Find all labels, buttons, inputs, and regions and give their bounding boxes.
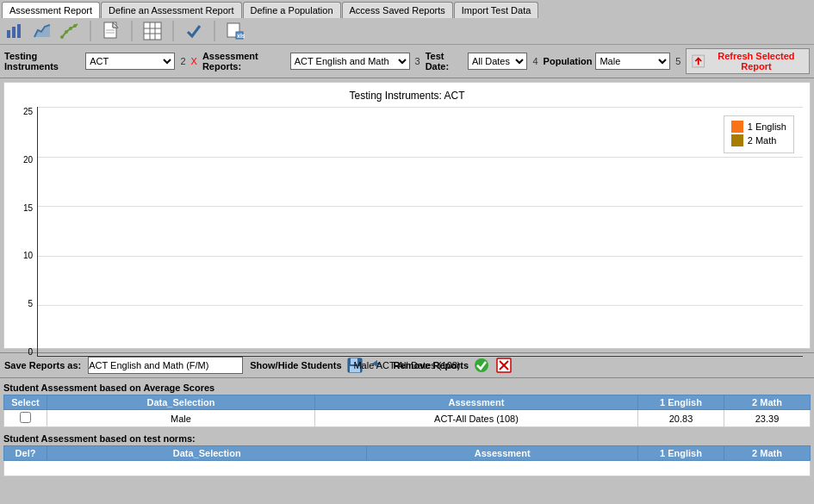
table2: Del? Data_Selection Assessment 1 English… bbox=[3, 445, 811, 476]
legend-label-english: 1 English bbox=[748, 121, 786, 132]
row-math: 23.39 bbox=[724, 410, 811, 427]
chart-grid-lines bbox=[38, 107, 803, 356]
row-checkbox[interactable] bbox=[20, 412, 31, 423]
filter-num5: 5 bbox=[675, 56, 680, 66]
row-english: 20.83 bbox=[638, 410, 724, 427]
legend-color-english bbox=[731, 121, 743, 133]
col2-data-selection: Data_Selection bbox=[47, 446, 367, 461]
grid-line-20 bbox=[38, 157, 803, 158]
toolbar-sep4 bbox=[214, 21, 215, 41]
chart-title: Testing Instruments: ACT bbox=[11, 90, 803, 102]
document-icon[interactable] bbox=[101, 21, 121, 41]
tab-access-saved[interactable]: Access Saved Reports bbox=[342, 2, 453, 18]
col2-english: 1 English bbox=[638, 446, 724, 461]
filter-x-btn[interactable]: X bbox=[191, 56, 197, 66]
export-icon[interactable]: xls bbox=[225, 21, 245, 41]
col-data-selection: Data_Selection bbox=[47, 395, 315, 410]
empty-row-cell bbox=[4, 461, 811, 476]
assessment-reports-label: Assessment Reports: bbox=[202, 51, 287, 72]
svg-point-6 bbox=[69, 27, 72, 30]
table1-header-row: Select Data_Selection Assessment 1 Engli… bbox=[4, 395, 811, 410]
row-assessment: ACT-All Dates (108) bbox=[314, 410, 637, 427]
grid-line-25 bbox=[38, 107, 803, 108]
col-math: 2 Math bbox=[724, 395, 811, 410]
legend-label-math: 2 Math bbox=[748, 135, 777, 146]
svg-rect-0 bbox=[7, 30, 10, 38]
col2-assessment: Assessment bbox=[367, 446, 638, 461]
col-english: 1 English bbox=[638, 395, 724, 410]
y-label-10: 10 bbox=[11, 251, 33, 260]
chart-x-label: Male ACT-All Dates (108) bbox=[11, 360, 803, 370]
test-date-label: Test Date: bbox=[426, 51, 464, 72]
filter-bar: Testing Instruments ACT 2 X Assessment R… bbox=[0, 45, 814, 78]
grid-line-0 bbox=[38, 355, 803, 356]
testing-instruments-select[interactable]: ACT bbox=[85, 53, 175, 70]
refresh-label: Refresh Selected Report bbox=[709, 51, 804, 72]
row-data-selection: Male bbox=[47, 410, 315, 427]
table-row: Male ACT-All Dates (108) 20.83 23.39 bbox=[4, 410, 811, 427]
chart-plot: 1 English 2 Math bbox=[37, 107, 803, 357]
table-icon[interactable] bbox=[142, 21, 163, 41]
toolbar-sep2 bbox=[131, 21, 133, 41]
legend-item-english: 1 English bbox=[731, 121, 786, 133]
col-select: Select bbox=[4, 395, 47, 410]
svg-rect-2 bbox=[17, 24, 21, 38]
row-select-cell[interactable] bbox=[4, 410, 47, 427]
chart-y-axis: 0 5 10 15 20 25 bbox=[11, 107, 37, 357]
toolbar-sep1 bbox=[90, 21, 91, 41]
table1: Select Data_Selection Assessment 1 Engli… bbox=[3, 395, 811, 427]
svg-point-7 bbox=[73, 24, 77, 28]
table2-empty-row bbox=[4, 461, 811, 476]
refresh-icon bbox=[692, 53, 705, 69]
tab-define-population[interactable]: Define a Population bbox=[243, 2, 341, 18]
svg-point-4 bbox=[60, 35, 64, 39]
table2-title: Student Assessment based on test norms: bbox=[3, 433, 811, 444]
area-chart-icon[interactable] bbox=[32, 21, 53, 41]
top-nav-tabs: Assessment Report Define an Assessment R… bbox=[0, 0, 814, 18]
y-label-20: 20 bbox=[11, 155, 33, 165]
chart-legend: 1 English 2 Math bbox=[724, 115, 794, 153]
checkmark-icon[interactable] bbox=[183, 21, 204, 41]
refresh-button[interactable]: Refresh Selected Report bbox=[686, 48, 810, 74]
population-select[interactable]: Male bbox=[595, 53, 670, 70]
test-date-select[interactable]: All Dates bbox=[468, 53, 528, 70]
grid-line-15 bbox=[38, 206, 803, 207]
svg-point-5 bbox=[65, 30, 68, 34]
y-label-15: 15 bbox=[11, 203, 33, 213]
bar-chart-icon[interactable] bbox=[4, 21, 25, 41]
tab-import-test[interactable]: Import Test Data bbox=[454, 2, 539, 18]
filter-num3: 3 bbox=[415, 56, 420, 66]
filter-num4: 4 bbox=[532, 56, 537, 66]
table2-header-row: Del? Data_Selection Assessment 1 English… bbox=[4, 446, 811, 461]
grid-line-5 bbox=[38, 305, 803, 306]
tab-define-assessment[interactable]: Define an Assessment Report bbox=[101, 2, 242, 18]
col-assessment: Assessment bbox=[314, 395, 637, 410]
chart-inner: 0 5 10 15 20 25 bbox=[11, 107, 803, 357]
toolbar-sep3 bbox=[172, 21, 174, 41]
testing-instruments-label: Testing Instruments bbox=[4, 51, 82, 72]
legend-item-math: 2 Math bbox=[731, 134, 786, 146]
population-label: Population bbox=[544, 56, 593, 66]
filter-num2: 2 bbox=[180, 56, 185, 66]
col2-del: Del? bbox=[4, 446, 47, 461]
table1-section: Student Assessment based on Average Scor… bbox=[0, 378, 814, 429]
toolbar: xls bbox=[0, 18, 814, 45]
y-label-25: 25 bbox=[11, 107, 33, 116]
grid-line-10 bbox=[38, 256, 803, 257]
legend-color-math bbox=[731, 134, 743, 146]
assessment-reports-select[interactable]: ACT English and Math bbox=[290, 53, 410, 70]
svg-rect-12 bbox=[144, 22, 161, 40]
table1-title: Student Assessment based on Average Scor… bbox=[3, 383, 811, 393]
table2-section: Student Assessment based on test norms: … bbox=[0, 429, 814, 478]
line-chart-icon[interactable] bbox=[59, 21, 80, 41]
y-label-5: 5 bbox=[11, 299, 33, 308]
svg-rect-1 bbox=[12, 27, 16, 38]
tab-assessment-report[interactable]: Assessment Report bbox=[2, 2, 100, 18]
svg-text:xls: xls bbox=[237, 33, 245, 39]
col2-math: 2 Math bbox=[724, 446, 811, 461]
chart-container: Testing Instruments: ACT 0 5 10 15 20 25 bbox=[3, 82, 811, 349]
y-label-0: 0 bbox=[11, 347, 33, 357]
